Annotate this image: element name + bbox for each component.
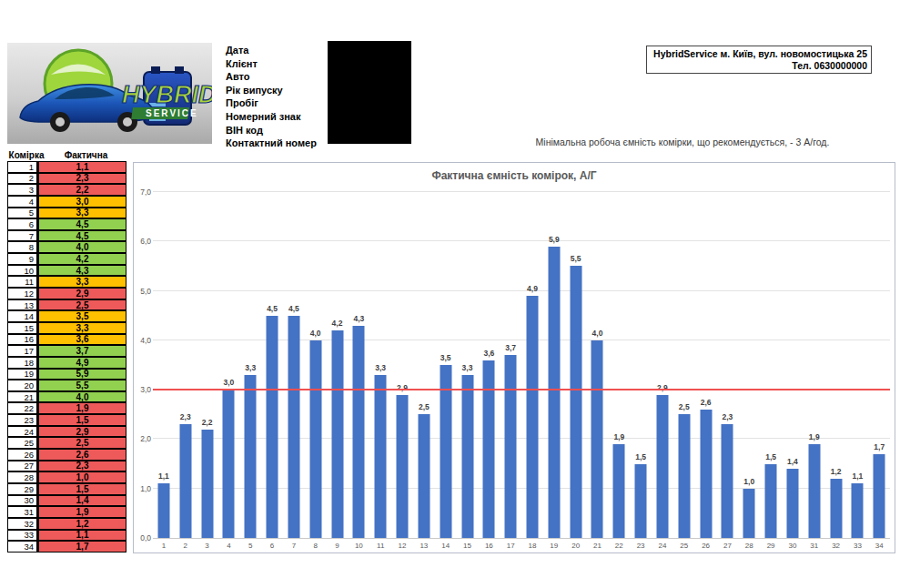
bar-value-label: 1,5: [627, 452, 654, 461]
logo-subtitle-text: SERVICE: [146, 108, 198, 118]
cell-capacity-value: 1,5: [37, 414, 126, 426]
cell-number: 30: [7, 495, 37, 507]
cell-number: 3: [7, 184, 37, 196]
cell-capacity-value: 5,9: [37, 369, 126, 380]
bar-value-label: 4,3: [345, 314, 372, 323]
bar-slot: 2,3: [717, 192, 739, 538]
hybrid-service-logo: HYBRID SERVICE: [7, 43, 212, 144]
x-axis-tick-label: 13: [413, 542, 435, 550]
cell-number: 20: [7, 380, 37, 391]
bar-slot: 2,3: [175, 192, 197, 538]
table-row: 153,3: [7, 322, 126, 334]
cell-number: 13: [7, 299, 37, 311]
bar: [526, 296, 538, 538]
bar: [743, 489, 755, 538]
bar: [656, 395, 668, 538]
table-row: 22,3: [7, 173, 126, 185]
bar-slot: 1,5: [630, 192, 652, 538]
bar-slot: 4,0: [587, 192, 609, 538]
x-axis-tick-label: 32: [825, 542, 847, 550]
bar-slot: 3,7: [500, 192, 521, 538]
bar-value-label: 1,1: [150, 471, 177, 481]
cell-number: 23: [7, 414, 37, 426]
y-axis-tick-label: 6,0: [135, 237, 151, 246]
bar-slot: 1,0: [738, 192, 760, 538]
cell-capacity-value: 2,9: [37, 426, 126, 438]
x-axis-tick-label: 27: [717, 542, 739, 550]
cell-number: 19: [7, 369, 37, 380]
bar: [483, 360, 495, 538]
cell-capacity-value: 4,9: [37, 357, 126, 369]
x-axis-tick-label: 1: [153, 542, 175, 550]
bar: [223, 390, 235, 538]
table-row: 214,0: [7, 391, 126, 403]
table-row: 122,9: [7, 288, 126, 299]
bar: [570, 266, 581, 538]
bar-value-label: 3,5: [432, 353, 460, 362]
y-axis-tick-label: 3,0: [135, 385, 151, 394]
table-row: 311,9: [7, 506, 126, 518]
x-axis-tick-label: 15: [457, 542, 479, 550]
bar: [331, 330, 343, 538]
table-row: 143,5: [7, 310, 126, 322]
bar: [245, 375, 257, 538]
cell-capacity-value: 3,0: [37, 196, 126, 208]
cell-number: 1: [7, 161, 37, 173]
cell-capacity-value: 4,2: [37, 253, 126, 265]
x-axis-tick-label: 24: [652, 542, 673, 550]
bar-value-label: 2,5: [410, 402, 438, 411]
x-axis-tick-label: 4: [217, 542, 239, 550]
bar-slot: 4,0: [305, 192, 327, 538]
bar: [179, 424, 191, 538]
bar-slot: 5,5: [565, 192, 587, 538]
y-axis-tick-label: 0,0: [135, 533, 151, 542]
bar-value-label: 4,0: [583, 329, 611, 338]
x-axis-tick-label: 16: [478, 542, 500, 550]
table-row: 132,5: [7, 299, 126, 311]
bar-value-label: 1,0: [735, 477, 763, 486]
bar: [635, 464, 647, 538]
bar-slot: 5,9: [543, 192, 565, 538]
bar-value-label: 3,3: [237, 363, 264, 372]
bar-slot: 4,5: [261, 192, 283, 538]
x-axis-tick-label: 14: [435, 542, 457, 550]
cell-capacity-value: 3,3: [37, 322, 126, 334]
x-axis-tick-label: 23: [630, 542, 652, 550]
bar: [852, 483, 864, 538]
x-axis-tick-label: 33: [847, 542, 869, 550]
cell-capacity-value: 1,9: [37, 402, 126, 414]
bar-slot: 4,9: [521, 192, 543, 538]
y-axis-tick-label: 5,0: [135, 287, 151, 296]
cell-capacity-value: 1,2: [37, 518, 126, 530]
capacity-table: 11,122,332,243,053,364,574,584,094,2104,…: [7, 161, 126, 553]
bar-value-label: 5,9: [541, 235, 568, 244]
cell-capacity-value: 2,3: [37, 461, 126, 472]
bar-value-label: 2,3: [713, 412, 741, 421]
bar-slot: 3,3: [457, 192, 479, 538]
table-row: 64,5: [7, 218, 126, 230]
x-axis-tick-label: 9: [327, 542, 349, 550]
cell-capacity-value: 4,5: [37, 230, 126, 242]
bar: [548, 247, 560, 538]
logo-artwork-icon: HYBRID SERVICE: [7, 43, 212, 144]
bar-slot: 2,9: [652, 192, 673, 538]
bar: [397, 395, 409, 538]
table-row: 94,2: [7, 253, 126, 265]
cell-number: 24: [7, 426, 37, 438]
x-axis-tick-label: 10: [348, 542, 369, 550]
company-address: HybridService м. Київ, вул. новомостицьк…: [653, 48, 867, 60]
bar-value-label: 2,2: [194, 418, 221, 427]
table-row: 221,9: [7, 402, 126, 414]
recommendation-note: Мінімальна робоча ємність комірки, що ре…: [528, 137, 837, 147]
cell-number: 29: [7, 483, 37, 495]
cell-number: 25: [7, 437, 37, 449]
bar: [288, 316, 299, 538]
bar-slot: 1,2: [825, 192, 847, 538]
x-axis-tick-label: 5: [239, 542, 261, 550]
cell-number: 22: [7, 402, 37, 414]
cell-number: 16: [7, 334, 37, 346]
x-axis-tick-label: 17: [500, 542, 521, 550]
table-row: 163,6: [7, 334, 126, 346]
bar-slot: 3,6: [478, 192, 500, 538]
cell-number: 10: [7, 265, 37, 277]
